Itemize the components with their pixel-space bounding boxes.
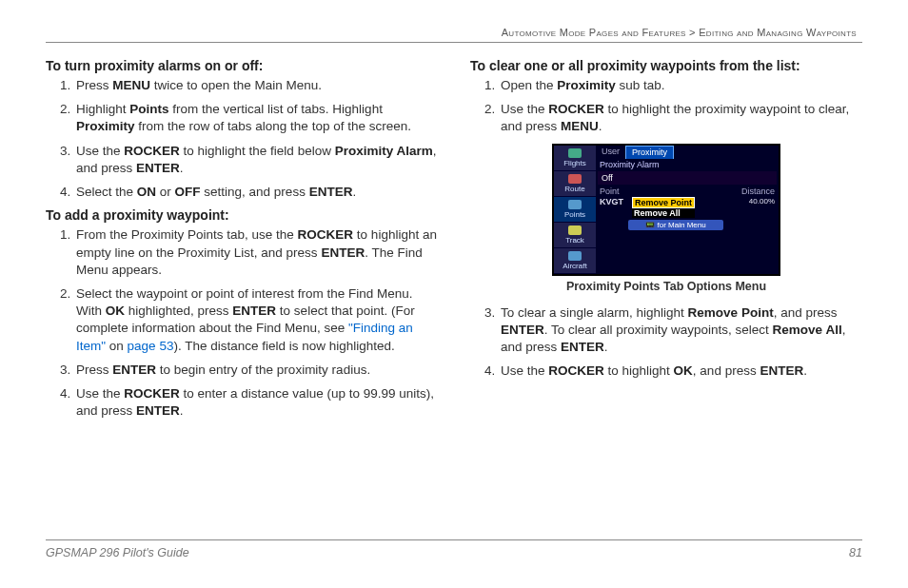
breadcrumb-left: Automotive Mode Pages and Features: [502, 27, 686, 38]
heading-clear: To clear one or all proximity waypoints …: [470, 58, 862, 73]
device-menu-remove-point: Remove Point: [632, 197, 695, 208]
device-table-header: PointDistance: [596, 186, 779, 197]
list-item: Press ENTER to begin entry of the proxim…: [74, 362, 438, 379]
breadcrumb-right: Editing and Managing Waypoints: [699, 27, 857, 38]
device-main: User Proximity Proximity Alarm Off Point…: [596, 146, 779, 274]
device-side-tab: Route: [554, 171, 596, 197]
track-icon: [568, 225, 582, 235]
device-screenshot: Flights Route Points Track Aircraft User…: [552, 144, 780, 276]
device-menu-remove-all: Remove All: [632, 208, 695, 218]
device-point: KVGT: [600, 197, 632, 206]
device-distance: 40.00%: [749, 197, 775, 206]
device-table-row: KVGT Remove Point Remove All 40.00%: [596, 197, 779, 218]
link-page-53[interactable]: page 53: [128, 339, 174, 353]
list-add: From the Proximity Points tab, use the R…: [46, 226, 438, 420]
page: Automotive Mode Pages and Features > Edi…: [0, 0, 908, 427]
device-top-tabs: User Proximity: [596, 146, 779, 159]
flights-icon: [568, 148, 582, 158]
device-hint: 📟 for Main Menu: [628, 220, 723, 230]
list-clear-b: To clear a single alarm, highlight Remov…: [470, 304, 862, 381]
points-icon: [568, 200, 582, 209]
device-tab-proximity: Proximity: [625, 146, 674, 159]
right-column: To clear one or all proximity waypoints …: [470, 52, 862, 427]
list-item: Highlight Points from the vertical list …: [74, 101, 438, 135]
heading-alarms: To turn proximity alarms on or off:: [46, 58, 438, 73]
list-item: Select the ON or OFF setting, and press …: [74, 184, 438, 201]
footer: GPSMAP 296 Pilot's Guide 81: [46, 539, 862, 559]
device-side-tab: Track: [554, 223, 596, 248]
list-item: Open the Proximity sub tab.: [499, 77, 862, 94]
footer-title: GPSMAP 296 Pilot's Guide: [46, 546, 189, 559]
columns: To turn proximity alarms on or off: Pres…: [46, 52, 862, 427]
page-number: 81: [849, 546, 862, 559]
route-icon: [568, 174, 582, 184]
breadcrumb: Automotive Mode Pages and Features > Edi…: [46, 27, 862, 38]
left-column: To turn proximity alarms on or off: Pres…: [46, 52, 438, 427]
breadcrumb-sep: >: [689, 27, 696, 38]
aircraft-icon: [568, 251, 582, 261]
list-item: Use the ROCKER to highlight the field be…: [74, 143, 438, 177]
top-rule: [46, 42, 862, 43]
device-side-tab-selected: Points: [554, 197, 596, 223]
list-item: To clear a single alarm, highlight Remov…: [499, 304, 862, 357]
list-clear-a: Open the Proximity sub tab. Use the ROCK…: [470, 77, 862, 136]
device-side-tab: Flights: [554, 146, 596, 171]
device-tab-user: User: [596, 146, 625, 159]
device-sidebar: Flights Route Points Track Aircraft: [554, 146, 596, 274]
list-item: Use the ROCKER to highlight OK, and pres…: [499, 363, 862, 380]
device-alarm-value: Off: [598, 171, 777, 185]
device-side-tab: Aircraft: [554, 248, 596, 274]
list-item: Use the ROCKER to highlight the proximit…: [499, 101, 862, 135]
figure-caption: Proximity Points Tab Options Menu: [470, 280, 862, 293]
list-alarms: Press MENU twice to open the Main Menu. …: [46, 77, 438, 201]
heading-add: To add a proximity waypoint:: [46, 207, 438, 223]
list-item: From the Proximity Points tab, use the R…: [74, 226, 438, 279]
list-item: Select the waypoint or point of interest…: [74, 285, 438, 355]
list-item: Press MENU twice to open the Main Menu.: [74, 77, 438, 94]
list-item: Use the ROCKER to enter a distance value…: [74, 385, 438, 420]
device-alarm-label: Proximity Alarm: [596, 159, 779, 170]
device-context-menu: Remove Point Remove All: [632, 197, 695, 218]
